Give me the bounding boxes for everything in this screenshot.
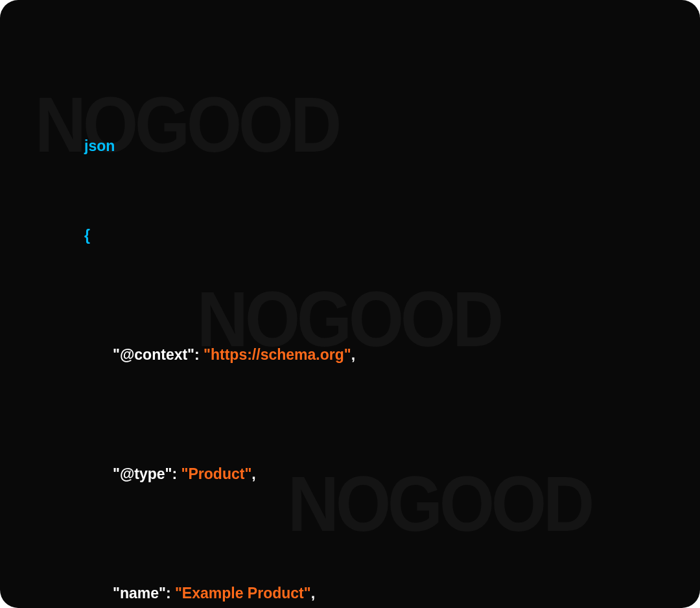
- code-card: NOGOOD NOGOOD NOGOOD json { "@context": …: [0, 0, 700, 608]
- comma: ,: [311, 585, 315, 602]
- open-brace: {: [84, 227, 90, 244]
- json-string: "Example Product": [175, 585, 311, 602]
- colon: :: [194, 346, 204, 363]
- json-string: "https://schema.org": [204, 346, 351, 363]
- code-block: json { "@context": "https://schema.org",…: [84, 71, 616, 608]
- json-key: "name": [113, 585, 166, 602]
- json-key: "@type": [113, 465, 172, 482]
- json-key: "@context": [113, 346, 194, 363]
- colon: :: [166, 585, 175, 602]
- comma: ,: [351, 346, 355, 363]
- json-string: "Product": [181, 465, 252, 482]
- language-tag: json: [84, 137, 115, 154]
- colon: :: [172, 465, 181, 482]
- comma: ,: [251, 465, 255, 482]
